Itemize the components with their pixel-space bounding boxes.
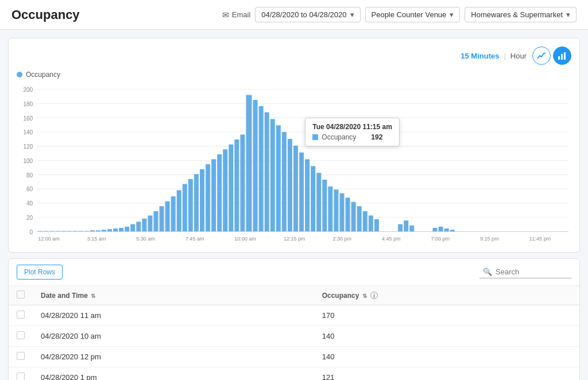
svg-rect-51 [188,179,193,232]
svg-rect-39 [119,228,123,231]
occupancy-sort-icon: ⇅ [362,293,367,299]
header-controls: ✉ Email 04/28/2020 to 04/28/2020 ▾ Peopl… [222,7,577,22]
svg-rect-55 [211,159,216,231]
row-datetime: 04/28/2020 10 am [33,326,314,347]
venue-dropdown[interactable]: People Counter Venue ▾ [365,7,461,22]
svg-rect-41 [130,224,135,232]
svg-text:160: 160 [23,115,33,121]
line-chart-button[interactable] [532,46,551,65]
svg-rect-81 [363,211,368,232]
svg-text:100: 100 [23,158,33,164]
svg-text:120: 120 [23,144,33,150]
svg-text:2:30 pm: 2:30 pm [332,235,351,241]
date-range-chevron-icon: ▾ [350,10,354,19]
category-dropdown[interactable]: Homewares & Supermarket ▾ [465,7,577,22]
time-divider: | [504,52,505,60]
svg-text:7:45 am: 7:45 am [185,235,204,241]
venue-value: People Counter Venue [372,10,447,19]
svg-rect-65 [270,119,275,231]
svg-rect-38 [113,228,118,231]
svg-rect-37 [107,229,112,231]
chart-legend: Occupancy [17,71,571,79]
svg-rect-44 [148,215,152,231]
datetime-column-header[interactable]: Date and Time ⇅ [33,286,314,305]
time-hour[interactable]: Hour [510,52,527,60]
row-checkbox[interactable] [17,331,25,339]
svg-rect-53 [200,169,204,232]
svg-rect-73 [316,173,321,231]
bar-chart-button[interactable] [553,46,571,65]
svg-rect-62 [253,100,258,231]
legend-label: Occupancy [26,71,60,79]
svg-rect-1 [561,54,563,60]
table-section: Plot Rows 🔍 Date and Time ⇅ Occupancy ⇅ … [8,258,580,380]
svg-rect-88 [439,227,443,232]
svg-rect-40 [125,227,129,232]
row-occupancy: 140 [314,347,579,367]
svg-rect-63 [259,106,264,232]
svg-rect-84 [398,224,403,232]
time-toggle: 15 Minutes | Hour [461,52,527,60]
svg-rect-2 [564,52,566,60]
svg-text:0: 0 [30,228,33,235]
data-table: Date and Time ⇅ Occupancy ⇅ i 04/28/2020… [9,286,579,380]
plot-rows-button[interactable]: Plot Rows [17,265,63,280]
svg-rect-48 [171,196,176,231]
row-checkbox-cell [9,326,33,347]
email-label: Email [232,10,251,19]
view-buttons [532,46,571,65]
svg-text:20: 20 [26,215,33,221]
row-datetime: 04/28/2020 12 pm [33,347,314,367]
chart-section: 15 Minutes | Hour Occupancy [8,38,580,253]
svg-text:80: 80 [26,172,33,178]
svg-rect-58 [229,145,233,232]
occupancy-info-icon: i [370,292,378,299]
legend-dot [17,72,22,77]
svg-rect-69 [293,146,298,232]
svg-rect-75 [328,187,332,232]
svg-text:200: 200 [23,87,33,93]
table-row: 04/28/2020 10 am 140 [9,326,579,347]
svg-rect-64 [265,113,269,232]
row-checkbox[interactable] [17,352,25,360]
svg-rect-72 [311,166,315,231]
row-checkbox[interactable] [17,311,25,319]
time-15min[interactable]: 15 Minutes [461,52,499,60]
svg-rect-60 [240,134,245,231]
search-input[interactable] [496,267,564,276]
svg-rect-61 [246,95,252,231]
svg-text:10:00 am: 10:00 am [234,235,256,241]
occupancy-column-header[interactable]: Occupancy ⇅ i [314,286,579,305]
svg-rect-66 [276,125,281,231]
svg-rect-77 [339,193,344,232]
svg-rect-86 [409,226,414,232]
chart-svg: 200 180 160 140 120 100 80 60 40 20 0 [17,83,571,244]
svg-rect-74 [322,180,327,231]
svg-rect-47 [165,201,170,232]
category-value: Homewares & Supermarket [471,10,563,19]
row-checkbox[interactable] [17,373,25,380]
svg-rect-85 [404,220,408,231]
search-icon: 🔍 [483,267,492,276]
svg-text:7:00 pm: 7:00 pm [431,235,450,241]
table-body: 04/28/2020 11 am 170 04/28/2020 10 am 14… [9,305,579,381]
date-range-dropdown[interactable]: 04/28/2020 to 04/28/2020 ▾ [255,7,360,22]
email-button[interactable]: ✉ Email [222,10,251,20]
svg-rect-56 [217,154,222,232]
svg-rect-87 [433,228,438,231]
datetime-sort-icon: ⇅ [91,293,95,299]
svg-rect-45 [153,211,158,232]
svg-rect-43 [142,219,146,232]
svg-rect-89 [444,228,449,231]
table-row: 04/28/2020 1 pm 121 [9,367,579,381]
svg-rect-78 [346,197,350,231]
select-all-header [9,286,33,305]
svg-rect-54 [206,164,210,231]
table-row: 04/28/2020 11 am 170 [9,305,579,326]
svg-rect-68 [288,139,292,232]
svg-text:12:00 am: 12:00 am [38,235,60,241]
row-occupancy: 170 [314,305,579,326]
select-all-checkbox[interactable] [17,290,25,298]
svg-text:60: 60 [26,186,33,192]
email-icon: ✉ [222,10,229,20]
